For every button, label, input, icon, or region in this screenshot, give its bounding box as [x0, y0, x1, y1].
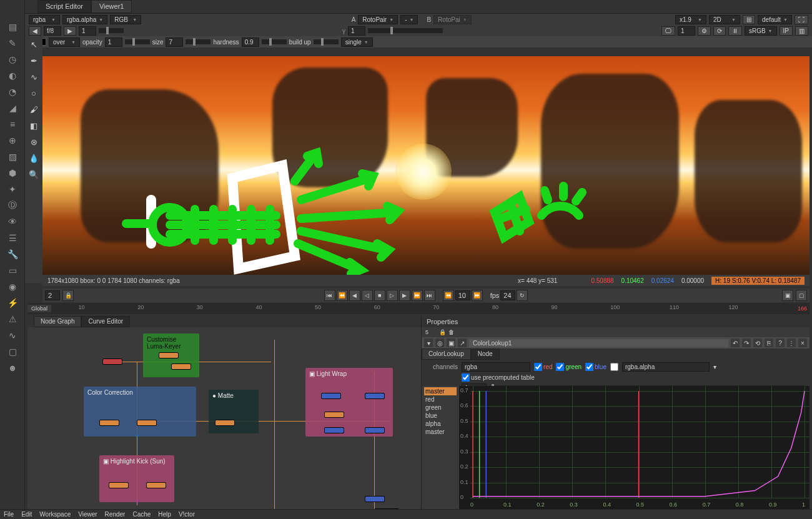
gear-icon[interactable]: ⚙: [698, 26, 711, 36]
rail-icon-time[interactable]: ◷: [0, 51, 25, 67]
node-revert-icon[interactable]: ⟲: [753, 339, 762, 347]
node-small[interactable]: [102, 358, 122, 365]
play-back-icon[interactable]: ◁: [362, 290, 373, 301]
rail-icon-plug[interactable]: ⚡: [0, 295, 25, 311]
rail-icon-particles[interactable]: ✦: [0, 181, 25, 197]
go-last-icon[interactable]: ⏭: [424, 290, 435, 301]
rail-icon-all[interactable]: ∿: [0, 327, 25, 344]
dodge-tool-icon[interactable]: 🔍: [25, 166, 42, 182]
ip-toggle[interactable]: IP: [780, 26, 793, 36]
bezier-tool-icon[interactable]: ✒: [25, 52, 42, 69]
backdrop-color-correction[interactable]: Color Correction: [84, 387, 196, 437]
node-small[interactable]: [137, 420, 157, 426]
zoom-dropdown[interactable]: x1.9: [675, 15, 706, 24]
backdrop-light-wrap[interactable]: ▣ Light Wrap: [305, 368, 393, 437]
rail-icon-toolsets[interactable]: 🔧: [0, 246, 25, 262]
rail-icon-merge[interactable]: ⊕: [0, 132, 25, 149]
node-name-field[interactable]: ColorLookup1: [469, 339, 728, 347]
rail-icon-filter[interactable]: ◢: [0, 100, 25, 116]
rail-icon-channel[interactable]: ◐: [0, 67, 25, 84]
timeline[interactable]: Global 102030405060708090100110120 166: [27, 303, 810, 314]
fstop-label[interactable]: f/8: [44, 26, 61, 36]
view-clip-icon[interactable]: ⛶: [795, 15, 808, 24]
brush-tool-icon[interactable]: 🖌: [25, 101, 42, 117]
node-small[interactable]: [324, 427, 344, 433]
rail-icon-views[interactable]: 👁: [0, 214, 25, 230]
in-point-icon[interactable]: ▣: [782, 290, 793, 301]
monitor-icon[interactable]: 🖵: [661, 26, 675, 36]
next-arrow-icon[interactable]: ▶: [64, 26, 76, 36]
tab-node-graph[interactable]: Node Graph: [34, 316, 81, 327]
curve-channel-green[interactable]: green: [424, 403, 457, 412]
opacity-slider[interactable]: [125, 39, 150, 44]
tab-viewer1[interactable]: Viewer1: [91, 0, 132, 13]
lock-panels-icon[interactable]: 🔒: [439, 329, 446, 335]
view-mode-dropdown[interactable]: 2D: [709, 15, 740, 24]
ellipse-tool-icon[interactable]: ○: [25, 85, 42, 101]
viewer-canvas[interactable]: [42, 56, 810, 275]
channel-rgb-dropdown[interactable]: RGB: [110, 15, 141, 24]
lock-icon[interactable]: 🔒: [62, 290, 74, 301]
stroke-style-dropdown[interactable]: single: [341, 37, 373, 47]
node-small[interactable]: [215, 420, 235, 426]
select-tool-icon[interactable]: ↖: [25, 36, 42, 52]
pause-icon[interactable]: ⏸: [728, 26, 742, 36]
step-fwd-icon[interactable]: ▶: [399, 290, 410, 301]
out-point-icon[interactable]: ▢: [796, 290, 807, 301]
tab-curve-editor[interactable]: Curve Editor: [81, 316, 130, 327]
clone-tool-icon[interactable]: ⊛: [25, 134, 42, 150]
node-small[interactable]: [365, 427, 385, 433]
rail-icon-deep[interactable]: Ⓓ: [0, 197, 25, 214]
node-float-icon[interactable]: ↗: [458, 339, 467, 347]
b-buffer-dropdown[interactable]: RotoPai: [433, 15, 472, 24]
node-small[interactable]: [365, 496, 385, 502]
alpha-checkbox[interactable]: [610, 363, 618, 371]
channel-alpha-dropdown[interactable]: rgba.alpha: [62, 15, 107, 24]
backdrop-matte[interactable]: ● Matte: [209, 390, 259, 433]
prev-arrow-icon[interactable]: ◀: [29, 26, 41, 36]
step-back-icon[interactable]: ◀: [349, 290, 360, 301]
node-help-icon[interactable]: ?: [776, 339, 785, 347]
rail-icon-other[interactable]: ▭: [0, 262, 25, 279]
prev-key-icon[interactable]: ⏪: [337, 290, 348, 301]
bspline-tool-icon[interactable]: ∿: [25, 69, 42, 85]
node-small[interactable]: [171, 363, 191, 370]
curve-channel-master[interactable]: master: [424, 428, 457, 436]
current-frame[interactable]: 2: [45, 290, 60, 300]
node-redo-icon[interactable]: ↷: [742, 339, 751, 347]
gamma-slider[interactable]: [368, 28, 443, 33]
node-small[interactable]: [99, 420, 119, 426]
blur-tool-icon[interactable]: 💧: [25, 150, 42, 166]
green-checkbox[interactable]: [556, 363, 564, 371]
rail-icon-metadata[interactable]: ☰: [0, 230, 25, 246]
size-input[interactable]: 7: [166, 37, 183, 47]
go-first-icon[interactable]: ⏮: [324, 290, 335, 301]
skip-fwd-icon[interactable]: ⏩: [472, 290, 483, 301]
fstop-slider[interactable]: [99, 28, 124, 33]
menu-workspace[interactable]: Workspace: [39, 511, 71, 518]
menu-viewer[interactable]: Viewer: [78, 511, 97, 518]
rail-icon-warn[interactable]: ⚠: [0, 311, 25, 327]
node-menu-icon[interactable]: ⋮: [787, 339, 796, 347]
curve-channel-alpha[interactable]: alpha: [424, 420, 457, 428]
size-slider[interactable]: [186, 39, 210, 44]
menu-edit[interactable]: Edit: [21, 511, 32, 518]
tab-colorlookup[interactable]: ColorLookup: [422, 348, 471, 360]
hardness-slider[interactable]: [262, 39, 287, 44]
menu-v!ctor[interactable]: V!ctor: [179, 511, 195, 518]
view-lock-icon[interactable]: ⊞: [743, 15, 755, 24]
rail-icon-keyer[interactable]: ≡: [0, 116, 25, 132]
rail-icon-face[interactable]: ☻: [0, 360, 25, 376]
gamma-value[interactable]: 1: [348, 26, 365, 36]
skip-frames[interactable]: 10: [455, 290, 470, 300]
stripes-icon[interactable]: ▥: [795, 26, 808, 36]
rail-icon-color[interactable]: ◔: [0, 84, 25, 100]
node-small[interactable]: [365, 393, 385, 399]
refresh-icon[interactable]: ⟳: [713, 26, 726, 36]
node-close-icon[interactable]: ×: [798, 339, 807, 347]
hardness-input[interactable]: 0.9: [242, 37, 259, 47]
node-undo-icon[interactable]: ↶: [731, 339, 740, 347]
play-fwd-icon[interactable]: ▷: [387, 290, 398, 301]
a-buffer-sep[interactable]: -: [400, 15, 418, 24]
rail-icon-transform[interactable]: ▨: [0, 149, 25, 165]
